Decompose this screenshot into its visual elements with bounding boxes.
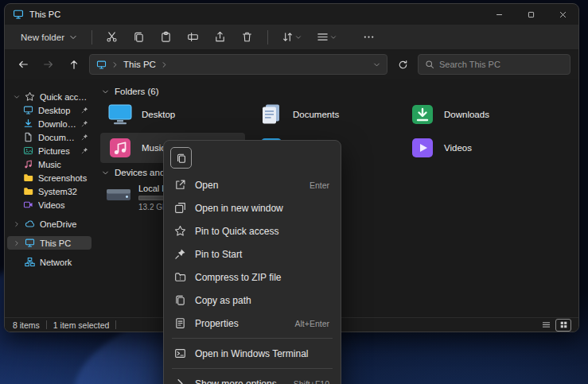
- refresh-button[interactable]: [392, 54, 413, 75]
- context-menu-item-open-in-new-window[interactable]: Open in new window: [164, 196, 341, 219]
- folder-icon: [23, 173, 33, 183]
- minimize-button[interactable]: [483, 4, 515, 25]
- sidebar-item-documents[interactable]: Documents: [7, 130, 92, 144]
- copy-button[interactable]: [127, 28, 151, 47]
- titlebar[interactable]: This PC: [5, 4, 578, 25]
- view-button[interactable]: [311, 28, 343, 47]
- context-menu: Open Enter Open in new window Pin to Qui…: [163, 140, 341, 384]
- chevron-right-icon: [111, 61, 119, 68]
- back-button[interactable]: [13, 54, 33, 75]
- close-icon: [559, 10, 567, 19]
- context-menu-item-pin-to-start[interactable]: Pin to Start: [164, 242, 341, 266]
- context-menu-item-open[interactable]: Open Enter: [164, 173, 341, 196]
- new-window-icon: [174, 202, 186, 214]
- delete-button[interactable]: [236, 28, 259, 47]
- selection-count: 1 item selected: [53, 320, 110, 330]
- address-row: This PC: [5, 50, 578, 79]
- menu-item-label: Compress to ZIP file: [195, 272, 321, 283]
- menu-item-shortcut: Shift+F10: [294, 379, 329, 384]
- documents-icon: [258, 103, 285, 126]
- sidebar-item-desktop[interactable]: Desktop: [7, 103, 92, 117]
- maximize-button[interactable]: [515, 4, 547, 25]
- arrow-up-icon: [68, 59, 80, 70]
- rename-button[interactable]: [181, 28, 205, 47]
- address-dropdown-icon[interactable]: [373, 61, 380, 68]
- sidebar-item-onedrive[interactable]: OneDrive: [7, 217, 92, 231]
- menu-separator: [172, 368, 333, 369]
- chevron-down-icon: [102, 169, 109, 176]
- copy-icon: [133, 31, 145, 43]
- this-pc-icon: [13, 9, 24, 20]
- copy-button[interactable]: [170, 147, 192, 169]
- sidebar-item-pictures[interactable]: Pictures: [7, 144, 92, 157]
- cloud-icon: [25, 219, 35, 229]
- close-button[interactable]: [547, 4, 578, 25]
- menu-item-label: Copy as path: [195, 295, 321, 306]
- sidebar-item-system32[interactable]: System32: [7, 184, 92, 198]
- folder-icon: [23, 186, 33, 196]
- new-folder-label: New folder: [21, 33, 64, 42]
- pin-icon: [81, 147, 88, 154]
- command-bar: New folder: [5, 25, 578, 50]
- this-pc-icon: [96, 60, 107, 70]
- folder-tile-downloads[interactable]: Downloads: [403, 99, 547, 130]
- folder-tile-desktop[interactable]: Desktop: [100, 99, 245, 130]
- sidebar-item-videos[interactable]: Videos: [7, 198, 92, 211]
- refresh-icon: [398, 60, 408, 70]
- forward-button[interactable]: [38, 54, 59, 75]
- context-menu-quick-actions: [164, 145, 341, 173]
- menu-item-label: Pin to Start: [195, 249, 321, 260]
- sidebar-item-screenshots[interactable]: Screenshots: [7, 171, 92, 184]
- more-options-button[interactable]: [357, 28, 381, 47]
- folder-tile-documents[interactable]: Documents: [251, 99, 396, 130]
- sidebar-item-label: Network: [40, 258, 88, 267]
- folder-tile-videos[interactable]: Videos: [403, 133, 547, 163]
- network-icon: [25, 257, 35, 267]
- monitor-icon: [23, 105, 33, 115]
- details-view-button[interactable]: [539, 320, 553, 331]
- icons-view-button[interactable]: [556, 320, 570, 331]
- window-title: This PC: [29, 10, 60, 19]
- copy-path-icon: [174, 294, 186, 306]
- paste-button[interactable]: [154, 28, 178, 47]
- chevron-right-icon[interactable]: [14, 221, 20, 227]
- document-icon: [23, 132, 33, 142]
- address-bar[interactable]: This PC: [89, 54, 387, 75]
- sidebar-item-label: Screenshots: [38, 173, 88, 183]
- status-separator: [46, 320, 47, 329]
- sidebar-item-label: Videos: [38, 200, 88, 210]
- open-icon: [174, 179, 186, 191]
- section-title: Folders (6): [115, 87, 159, 96]
- up-button[interactable]: [64, 54, 84, 75]
- music-note-icon: [23, 159, 33, 169]
- cut-button[interactable]: [100, 28, 124, 47]
- context-menu-item-copy-as-path[interactable]: Copy as path: [164, 289, 341, 312]
- sidebar-item-downloads[interactable]: Downloads: [7, 117, 92, 130]
- properties-icon: [174, 317, 186, 329]
- context-menu-item-pin-to-quick-access[interactable]: Pin to Quick access: [164, 219, 341, 242]
- search-input[interactable]: [439, 60, 563, 69]
- arrow-right-icon: [43, 59, 54, 70]
- grid-view-icon: [559, 320, 568, 329]
- context-menu-item-properties[interactable]: Properties Alt+Enter: [164, 312, 341, 335]
- chevron-right-icon[interactable]: [14, 240, 20, 246]
- folders-section-header[interactable]: Folders (6): [102, 87, 159, 96]
- sidebar-item-this-pc[interactable]: This PC: [7, 236, 92, 250]
- sort-button[interactable]: [276, 28, 308, 47]
- video-icon: [23, 200, 33, 210]
- breadcrumb[interactable]: This PC: [123, 60, 156, 69]
- chevron-down-icon: [295, 34, 302, 41]
- context-menu-item-compress-to-zip[interactable]: Compress to ZIP file: [164, 266, 341, 289]
- share-button[interactable]: [208, 28, 232, 47]
- chevron-down-icon[interactable]: [14, 94, 20, 100]
- context-menu-item-show-more-options[interactable]: Show more options Shift+F10: [164, 372, 341, 384]
- new-folder-button[interactable]: New folder: [14, 29, 84, 45]
- sidebar-item-quick-access[interactable]: Quick access: [7, 90, 92, 103]
- folder-name: Desktop: [142, 110, 175, 119]
- menu-item-shortcut: Enter: [310, 180, 329, 190]
- sidebar-item-label: Music: [38, 160, 88, 169]
- status-separator: [115, 320, 116, 329]
- sidebar-item-network[interactable]: Network: [7, 255, 92, 269]
- sidebar-item-music[interactable]: Music: [7, 157, 92, 171]
- context-menu-item-open-in-windows-terminal[interactable]: Open in Windows Terminal: [164, 342, 341, 365]
